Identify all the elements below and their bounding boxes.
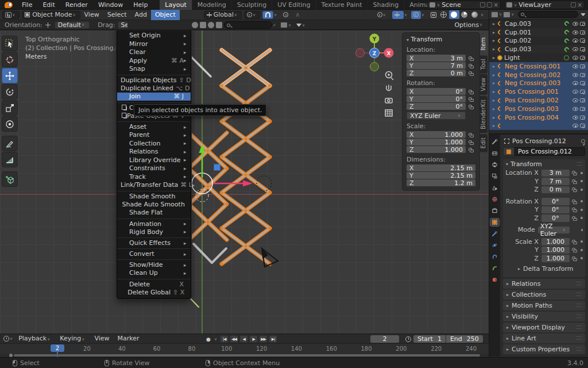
asset-type-world-icon[interactable] bbox=[208, 22, 214, 28]
workspace-tab[interactable]: Texture Paint bbox=[316, 0, 368, 10]
collapsed-panel[interactable]: ▸Collections bbox=[503, 290, 585, 300]
hide-in-viewport-icon[interactable] bbox=[572, 107, 578, 111]
camera-view-icon[interactable] bbox=[385, 98, 392, 103]
sidebar-tab[interactable]: Edit bbox=[480, 134, 488, 152]
context-menu-item[interactable]: Duplicate Linked ⌥ D bbox=[117, 84, 191, 93]
context-menu-item[interactable]: Rigid Body bbox=[117, 228, 191, 236]
snap-toggle[interactable] bbox=[262, 11, 273, 19]
disable-in-render-icon[interactable] bbox=[580, 22, 585, 26]
transform-orientation-selector[interactable]: Global∨ bbox=[204, 11, 242, 19]
profile-icon[interactable] bbox=[192, 22, 198, 28]
timeline-menu[interactable]: View bbox=[90, 334, 113, 343]
context-menu-item[interactable]: Shade Smooth bbox=[117, 191, 191, 201]
expand-arrow-icon[interactable]: ▸ bbox=[491, 47, 497, 52]
tab-constraints[interactable] bbox=[490, 253, 499, 260]
expand-arrow-icon[interactable]: ▸ bbox=[491, 80, 497, 86]
expand-arrow-icon[interactable]: ▸ bbox=[491, 38, 497, 43]
sidebar-tab[interactable]: Tool bbox=[480, 55, 488, 73]
drag-dropdown[interactable]: Se bbox=[118, 21, 128, 29]
auto-key-record-button[interactable]: ● bbox=[204, 335, 212, 343]
move-tool[interactable] bbox=[2, 68, 18, 83]
context-menu-item[interactable]: Join ⌘ J bbox=[117, 93, 191, 101]
current-frame-field[interactable]: 2 bbox=[370, 335, 399, 343]
context-menu-item[interactable]: Quick Effects bbox=[117, 237, 191, 247]
jump-to-end-button[interactable]: ▶| bbox=[269, 335, 277, 343]
xray-toggle[interactable] bbox=[428, 11, 439, 19]
rotation-field[interactable]: Y0° bbox=[407, 95, 466, 102]
jump-to-start-button[interactable]: |◀ bbox=[220, 335, 229, 343]
zoom-view-icon[interactable] bbox=[386, 72, 394, 80]
move-gizmo[interactable] bbox=[192, 144, 272, 202]
animate-dot-icon[interactable] bbox=[581, 200, 583, 202]
animate-dot-icon[interactable] bbox=[581, 217, 583, 219]
animate-dot-icon[interactable] bbox=[581, 249, 583, 251]
context-menu-item[interactable]: Track bbox=[117, 172, 191, 181]
value-field[interactable]: 1.000 bbox=[541, 238, 570, 246]
perspective-toggle-icon[interactable] bbox=[385, 110, 392, 116]
scale-field[interactable]: X1.000 bbox=[407, 131, 466, 138]
outliner-row[interactable]: ▸ Cup.001 bbox=[489, 28, 588, 37]
tab-object[interactable] bbox=[490, 218, 499, 226]
timeline-editor-icon[interactable] bbox=[3, 336, 9, 342]
start-frame-field[interactable]: Start1 bbox=[413, 335, 446, 343]
value-field[interactable]: 1.000 bbox=[541, 255, 570, 262]
viewport-menu[interactable]: Object bbox=[151, 10, 180, 20]
context-menu-item[interactable]: Set Origin bbox=[117, 32, 191, 40]
sidebar-tab[interactable]: View bbox=[480, 74, 488, 95]
animate-dot-icon[interactable] bbox=[581, 209, 583, 211]
context-menu-item[interactable]: Convert bbox=[117, 248, 191, 258]
lock-icon[interactable] bbox=[467, 71, 475, 76]
viewport-menu[interactable]: Select bbox=[103, 10, 131, 20]
outliner-row[interactable]: ▸ Pos Crossing.001 bbox=[489, 87, 588, 96]
asset-search-input[interactable] bbox=[224, 21, 272, 29]
disable-in-render-icon[interactable] bbox=[580, 116, 585, 120]
cursor-tool[interactable] bbox=[2, 52, 18, 67]
new-viewlayer-icon[interactable] bbox=[571, 2, 576, 7]
next-keyframe-button[interactable]: ▶▶ bbox=[259, 335, 268, 343]
lock-icon[interactable] bbox=[571, 207, 579, 212]
topbar-menu[interactable]: File bbox=[17, 0, 37, 10]
list-options-icon[interactable] bbox=[281, 22, 287, 28]
display-mode-icon[interactable] bbox=[492, 12, 498, 17]
disable-in-render-icon[interactable] bbox=[580, 39, 585, 43]
workspace-tab[interactable]: Layout bbox=[160, 0, 192, 10]
expand-arrow-icon[interactable]: ▸ bbox=[491, 55, 497, 60]
context-menu-item[interactable]: Library Override bbox=[117, 156, 191, 164]
disable-in-render-icon[interactable] bbox=[580, 56, 585, 60]
select-box-tool[interactable] bbox=[2, 36, 18, 51]
timeline-menu[interactable]: Keying∨ bbox=[56, 334, 90, 343]
location-field[interactable]: Z0 m bbox=[407, 70, 466, 76]
outliner-search-input[interactable] bbox=[518, 11, 578, 18]
expand-arrow-icon[interactable]: ▸ bbox=[491, 115, 497, 120]
timeline-menu[interactable]: Marker bbox=[114, 334, 144, 343]
context-menu-item[interactable]: Asset bbox=[117, 121, 191, 131]
hide-in-viewport-icon[interactable] bbox=[572, 124, 578, 128]
value-field[interactable]: 0° bbox=[541, 198, 570, 205]
delete-viewlayer-icon[interactable]: × bbox=[578, 2, 582, 8]
context-menu-item[interactable]: Mirror bbox=[117, 40, 191, 48]
collapsed-panel[interactable]: ▸Visibility bbox=[503, 312, 585, 321]
value-field[interactable]: 7 m bbox=[541, 178, 570, 185]
pin-icon[interactable] bbox=[581, 139, 585, 143]
location-field[interactable]: X3 m bbox=[407, 55, 466, 62]
use-preview-range-icon[interactable] bbox=[405, 336, 411, 342]
lock-icon[interactable] bbox=[571, 239, 579, 244]
transform-panel-header[interactable]: ▾Transform bbox=[503, 159, 585, 168]
hide-in-viewport-icon[interactable] bbox=[572, 22, 578, 26]
outliner-row[interactable]: ▸ Pos Crossing.002 bbox=[489, 96, 588, 105]
rotation-field[interactable]: Z0° bbox=[407, 103, 466, 110]
delta-transform-subpanel[interactable]: ▸ Delta Transform bbox=[505, 263, 583, 274]
expand-arrow-icon[interactable]: ▸ bbox=[491, 72, 497, 78]
animate-dot-icon[interactable] bbox=[581, 229, 583, 231]
context-menu-item[interactable]: Animation bbox=[117, 218, 191, 228]
context-menu-item[interactable]: Snap bbox=[117, 65, 191, 74]
animate-dot-icon[interactable] bbox=[581, 189, 583, 191]
value-field[interactable]: 0° bbox=[541, 206, 570, 214]
rotation-field[interactable]: X0° bbox=[407, 88, 466, 95]
expand-arrow-icon[interactable]: ▸ bbox=[491, 89, 497, 94]
axis-neg-x-ball[interactable] bbox=[356, 49, 365, 57]
editor-type-button[interactable]: ∨ bbox=[2, 11, 20, 19]
expand-arrow-icon[interactable]: ▸ bbox=[491, 64, 497, 69]
measure-tool[interactable] bbox=[2, 152, 18, 167]
context-menu-item[interactable]: Clean Up bbox=[117, 269, 191, 278]
